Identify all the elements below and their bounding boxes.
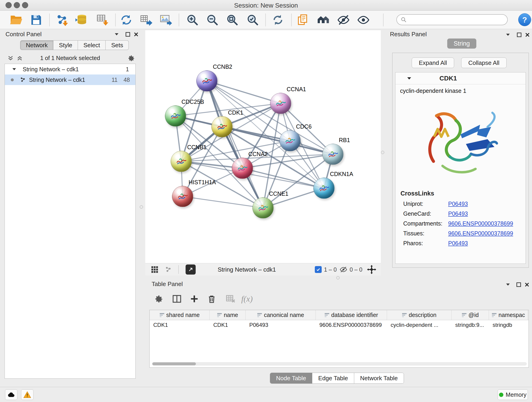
cloud-status-button[interactable]	[5, 389, 17, 400]
network-node-cdc6[interactable]	[279, 130, 301, 151]
network-node-ccne1[interactable]	[253, 197, 273, 218]
show-details-button[interactable]	[356, 13, 371, 27]
results-panel-float-icon[interactable]	[516, 32, 522, 39]
open-in-window-button[interactable]	[186, 263, 196, 276]
delete-column-icon[interactable]	[205, 292, 219, 306]
import-network-database-button[interactable]	[74, 13, 89, 27]
hide-details-button[interactable]	[336, 13, 351, 27]
results-panel-collapse-icon[interactable]	[505, 32, 511, 39]
table-panel-float-icon[interactable]	[516, 282, 521, 289]
column-header-name[interactable]: name	[210, 310, 246, 320]
network-canvas[interactable]: CCNB2CCNA1CDC25BCDK1CDC6RB1CCNB1CCNA2CDK…	[145, 30, 381, 263]
results-panel-close-icon[interactable]	[525, 32, 530, 39]
add-column-icon[interactable]	[187, 292, 201, 306]
crosslink-value[interactable]: P06493	[448, 201, 468, 207]
crosslink-value[interactable]: P06493	[448, 240, 468, 247]
selected-checkbox-icon[interactable]: 1 – 0	[315, 263, 337, 276]
table-panel-close-icon[interactable]	[524, 282, 530, 289]
network-node-cdkn1a[interactable]	[313, 178, 335, 199]
column-header-namespac[interactable]: namespac	[489, 310, 528, 320]
control-panel-close-icon[interactable]	[133, 32, 139, 38]
network-row-selected[interactable]: String Network – cdk1 11 48	[5, 75, 135, 85]
table-header-row: shared namenamecanonical namedatabase id…	[150, 310, 529, 320]
function-builder-button[interactable]: f(x)	[240, 292, 254, 306]
grid-view-icon[interactable]	[151, 263, 158, 276]
expand-all-button[interactable]: Expand All	[412, 57, 454, 68]
refresh-layout-button[interactable]	[271, 13, 285, 27]
tab-style[interactable]: Style	[53, 40, 78, 50]
column-header-description[interactable]: description	[387, 310, 452, 320]
network-node-ccna2[interactable]	[232, 158, 253, 179]
protein-title-row[interactable]: CDK1	[395, 72, 526, 84]
open-session-button[interactable]	[9, 13, 23, 27]
collection-count: 1	[126, 66, 129, 73]
collapse-all-networks-icon[interactable]	[17, 55, 23, 63]
tab-network[interactable]: Network	[20, 40, 53, 50]
network-node-ccnb2[interactable]	[196, 70, 217, 91]
network-node-cdk1[interactable]	[211, 116, 233, 137]
right-splitter-handle[interactable]	[381, 151, 384, 154]
section-collapse-icon[interactable]	[406, 76, 412, 81]
crosslink-value[interactable]: P06493	[448, 211, 468, 217]
expand-all-networks-icon[interactable]	[7, 55, 14, 63]
save-session-button[interactable]	[29, 13, 44, 27]
birds-eye-share-icon[interactable]	[165, 263, 172, 276]
table-panel-collapse-icon[interactable]	[505, 281, 511, 289]
horizontal-splitter-handle[interactable]	[336, 276, 340, 279]
crosslink-label: GeneCard:	[403, 211, 448, 217]
control-panel-collapse-icon[interactable]	[114, 31, 120, 38]
network-edge[interactable]	[183, 196, 263, 208]
table-options-gear-icon[interactable]	[152, 292, 165, 306]
column-header-database-identifier[interactable]: database identifier	[316, 310, 387, 320]
cloud-icon	[7, 392, 15, 398]
import-table-button[interactable]	[95, 13, 110, 27]
network-node-rb1[interactable]	[322, 144, 343, 165]
toolbar-separator	[115, 13, 116, 26]
export-table-button[interactable]	[139, 13, 153, 27]
selected-counts: 1 – 0	[324, 266, 337, 273]
crosslink-value[interactable]: 9606.ENSP00000378699	[448, 230, 513, 237]
tab-network-table[interactable]: Network Table	[354, 373, 404, 383]
tab-string[interactable]: String	[447, 38, 476, 49]
search-input[interactable]	[409, 17, 504, 23]
zoom-fit-button[interactable]	[225, 13, 240, 27]
import-network-file-button[interactable]	[55, 13, 70, 27]
table-horizontal-scrollbar[interactable]	[152, 362, 527, 366]
hidden-eye-slash-icon[interactable]: 0 – 0	[340, 263, 362, 276]
network-node-ccna1[interactable]	[270, 93, 291, 114]
network-node-cdc25b[interactable]	[165, 105, 186, 127]
export-network-button[interactable]	[119, 13, 133, 27]
zoom-selected-button[interactable]	[245, 13, 260, 27]
tab-node-table[interactable]: Node Table	[270, 373, 312, 383]
network-node-hist1h1a[interactable]	[172, 186, 193, 207]
column-header--id[interactable]: @id	[452, 310, 489, 320]
annotation-copy-button[interactable]	[295, 13, 310, 27]
warnings-button[interactable]	[21, 389, 33, 400]
pan-crosshair-icon[interactable]	[367, 263, 376, 276]
zoom-in-button[interactable]	[185, 13, 200, 27]
column-header-shared-name[interactable]: shared name	[150, 310, 210, 320]
scrollbar-thumb[interactable]	[152, 362, 196, 365]
network-collection-row[interactable]: String Network – cdk1 1	[5, 64, 135, 75]
table-row[interactable]: CDK1CDK1P064939606.ENSP00000378699cyclin…	[150, 320, 529, 330]
network-options-gear-icon[interactable]	[127, 54, 135, 64]
manage-columns-icon[interactable]	[170, 292, 184, 306]
delete-table-icon[interactable]	[224, 292, 237, 306]
collapse-all-button[interactable]: Collapse All	[461, 57, 507, 68]
home-view-button[interactable]	[316, 13, 331, 27]
memory-button[interactable]: Memory	[498, 389, 528, 400]
zoom-out-button[interactable]	[205, 13, 220, 27]
network-node-ccnb1[interactable]	[171, 151, 192, 172]
export-image-button[interactable]	[158, 13, 173, 27]
vertical-splitter-handle[interactable]	[140, 205, 143, 209]
tab-select[interactable]: Select	[78, 40, 106, 50]
crosslink-value[interactable]: 9606.ENSP00000378699	[448, 220, 513, 227]
network-edge[interactable]	[207, 81, 263, 208]
tab-sets[interactable]: Sets	[106, 40, 129, 50]
tree-expand-icon[interactable]	[12, 67, 17, 72]
help-button[interactable]: ?	[518, 13, 531, 26]
column-header-canonical-name[interactable]: canonical name	[246, 310, 316, 320]
control-panel-float-icon[interactable]	[125, 32, 131, 38]
tab-edge-table[interactable]: Edge Table	[312, 373, 354, 383]
network-edge[interactable]	[207, 81, 281, 103]
